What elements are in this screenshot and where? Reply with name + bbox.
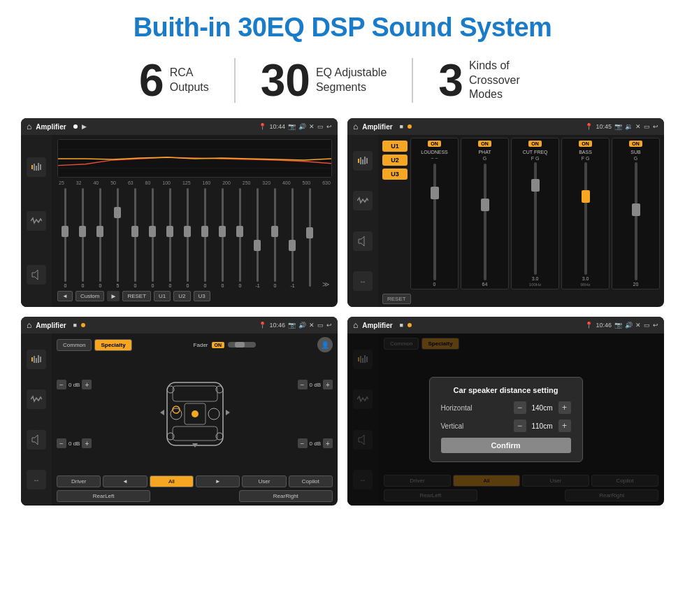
slider-track-6[interactable] — [152, 188, 154, 282]
phat-track[interactable] — [484, 164, 486, 280]
cutfreq-on[interactable]: ON — [528, 141, 542, 147]
u2-btn[interactable]: U2 — [173, 291, 190, 301]
slider-thumb-14[interactable] — [289, 240, 296, 251]
back-icon[interactable]: ↩ — [326, 123, 332, 130]
loudness-on[interactable]: ON — [428, 141, 441, 147]
sub-on[interactable]: ON — [629, 141, 642, 147]
slider-track-9[interactable] — [204, 188, 206, 282]
all-btn[interactable]: All — [150, 475, 194, 487]
tab-specialty[interactable]: Specialty — [94, 339, 131, 351]
db4-minus[interactable]: − — [298, 438, 308, 448]
confirm-button[interactable]: Confirm — [441, 438, 571, 453]
u3-select[interactable]: U3 — [382, 169, 408, 180]
slider-thumb-13[interactable] — [271, 226, 278, 237]
eq-icon2[interactable] — [353, 151, 373, 171]
slider-thumb-7[interactable] — [166, 226, 173, 237]
slider-track-7[interactable] — [169, 188, 171, 282]
slider-thumb-3[interactable] — [96, 226, 103, 237]
u1-btn[interactable]: U1 — [154, 291, 171, 301]
db1-plus[interactable]: + — [82, 380, 92, 389]
rearright-btn[interactable]: RearRight — [239, 490, 333, 502]
slider-thumb-11[interactable] — [236, 226, 243, 237]
slider-thumb-5[interactable] — [131, 226, 138, 237]
reset-btn2[interactable]: RESET — [382, 294, 411, 304]
slider-track-13[interactable] — [274, 188, 276, 282]
cutfreq-track[interactable] — [534, 162, 537, 275]
reset-btn[interactable]: RESET — [122, 291, 151, 301]
close-icon3[interactable]: ✕ — [309, 322, 315, 329]
slider-track-4[interactable] — [117, 188, 119, 282]
slider-thumb-8[interactable] — [184, 226, 191, 237]
bass-thumb[interactable] — [582, 190, 590, 203]
back-icon3[interactable]: ↩ — [326, 322, 332, 329]
slider-thumb-15[interactable] — [306, 227, 313, 238]
u2-select[interactable]: U2 — [382, 155, 408, 166]
left-nav-btn[interactable]: ◄ — [103, 475, 147, 487]
u3-btn[interactable]: U3 — [194, 291, 210, 301]
arrow-icon3[interactable]: ↔ — [27, 470, 46, 489]
slider-track-12[interactable] — [257, 188, 259, 282]
loudness-thumb[interactable] — [431, 187, 439, 199]
rearleft-btn[interactable]: RearLeft — [57, 490, 150, 502]
horizontal-plus[interactable]: + — [558, 401, 571, 414]
fader-on-badge[interactable]: ON — [212, 342, 225, 348]
eq-icon3[interactable] — [27, 350, 46, 369]
vertical-minus[interactable]: − — [514, 420, 526, 432]
screen1-home-icon[interactable]: ⌂ — [27, 122, 31, 131]
user-btn[interactable]: User — [242, 475, 286, 487]
driver-btn[interactable]: Driver — [57, 475, 101, 487]
slider-track-11[interactable] — [239, 188, 241, 282]
sub-track[interactable] — [635, 162, 637, 280]
slider-track-2[interactable] — [82, 188, 84, 282]
minimize-icon4[interactable]: ▭ — [644, 322, 650, 329]
loudness-track[interactable] — [433, 164, 436, 280]
phat-on[interactable]: ON — [478, 141, 491, 147]
screen3-home-icon[interactable]: ⌂ — [27, 320, 31, 330]
wave-icon2[interactable] — [353, 191, 373, 210]
bass-track[interactable] — [584, 162, 587, 275]
close-icon2[interactable]: ✕ — [635, 123, 641, 130]
wave-icon3[interactable] — [27, 389, 46, 409]
bass-on[interactable]: ON — [579, 141, 592, 147]
cutfreq-thumb[interactable] — [531, 179, 540, 192]
screen2-home-icon[interactable]: ⌂ — [353, 122, 358, 131]
prev-btn[interactable]: ◄ — [57, 291, 73, 301]
db2-minus[interactable]: − — [57, 438, 66, 448]
horizontal-minus[interactable]: − — [514, 401, 526, 414]
speaker-icon3[interactable] — [27, 430, 46, 450]
more-icon[interactable]: ≫ — [319, 280, 332, 288]
wave-icon[interactable] — [27, 211, 46, 231]
eq-icon[interactable] — [27, 157, 46, 177]
phat-thumb[interactable] — [481, 199, 489, 211]
db1-minus[interactable]: − — [57, 380, 66, 389]
vertical-plus[interactable]: + — [558, 420, 571, 432]
close-icon4[interactable]: ✕ — [635, 322, 641, 329]
slider-thumb-2[interactable] — [79, 226, 86, 237]
screen4-home-icon[interactable]: ⌂ — [353, 320, 358, 330]
custom-btn[interactable]: Custom — [75, 291, 105, 301]
arrow-icon2[interactable]: ↔ — [353, 271, 373, 291]
close-icon[interactable]: ✕ — [309, 123, 315, 130]
sub-thumb[interactable] — [632, 203, 640, 216]
fader-slider[interactable] — [228, 342, 256, 348]
slider-track-14[interactable] — [291, 188, 294, 282]
tab-common[interactable]: Common — [57, 339, 92, 351]
db2-plus[interactable]: + — [82, 438, 92, 448]
slider-thumb-9[interactable] — [201, 226, 208, 237]
slider-track-5[interactable] — [134, 188, 136, 282]
back-icon4[interactable]: ↩ — [653, 322, 658, 329]
slider-track-8[interactable] — [187, 188, 189, 282]
slider-track-10[interactable] — [222, 188, 224, 282]
db3-minus[interactable]: − — [298, 380, 308, 389]
back-icon2[interactable]: ↩ — [653, 123, 658, 130]
speaker-icon[interactable] — [27, 265, 46, 285]
minimize-icon3[interactable]: ▭ — [317, 322, 324, 329]
copilot-btn[interactable]: Copilot — [289, 475, 333, 487]
slider-track-1[interactable] — [64, 188, 66, 282]
minimize-icon2[interactable]: ▭ — [644, 123, 650, 130]
slider-thumb-4[interactable] — [114, 207, 121, 218]
fader-thumb[interactable] — [235, 342, 245, 348]
slider-thumb-10[interactable] — [219, 226, 226, 237]
speaker-icon2[interactable] — [353, 231, 373, 251]
slider-thumb-6[interactable] — [149, 226, 156, 237]
